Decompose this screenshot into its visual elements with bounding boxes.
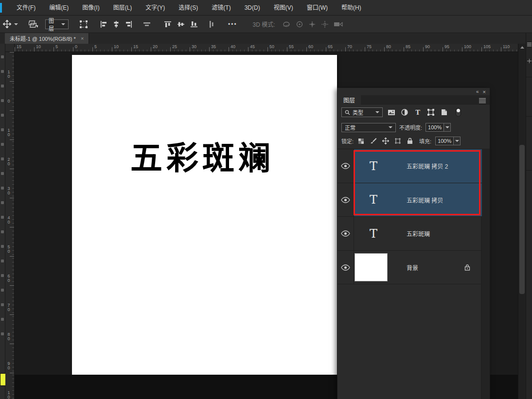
fill-chevron-icon[interactable] (454, 137, 461, 145)
ruler-number: 90 (424, 44, 443, 52)
panel-menu-icon[interactable] (479, 97, 486, 104)
filter-type-dropdown[interactable]: 类型 (341, 107, 383, 117)
dock-menu-icon[interactable] (527, 43, 532, 46)
3d-slide-icon[interactable] (321, 18, 329, 31)
visibility-toggle[interactable] (337, 149, 354, 183)
menu-item[interactable]: 帮助(H) (335, 0, 368, 16)
opacity-value[interactable]: 100% (426, 123, 444, 132)
lock-label: 锁定: (341, 137, 354, 145)
menu-item[interactable]: 滤镜(T) (205, 0, 237, 16)
layer-name[interactable]: 五彩斑斓 拷贝 2 (407, 162, 448, 170)
vertical-ruler[interactable]: 100102030405060708090100 (5, 52, 15, 399)
document-canvas[interactable]: 五彩斑斓 (72, 55, 337, 375)
3d-roll-icon[interactable] (296, 18, 303, 31)
move-tool-icon[interactable] (3, 18, 11, 31)
ruler-number: 30 (6, 185, 14, 214)
lock-all-icon[interactable] (406, 138, 413, 145)
ruler-number: 60 (6, 273, 14, 302)
align-top-edges-icon[interactable] (164, 18, 172, 31)
lock-row: 锁定: 填充: 100% (337, 135, 490, 147)
close-panel-icon[interactable]: × (483, 89, 486, 95)
auto-select-target-dropdown[interactable]: 图层 (45, 19, 69, 29)
collapse-panel-icon[interactable]: « (476, 89, 478, 94)
menu-item[interactable]: 选择(S) (172, 0, 205, 16)
lock-artboard-icon[interactable] (394, 138, 401, 145)
filter-type-value: 类型 (353, 108, 373, 116)
document-tab-close-icon[interactable]: × (81, 35, 84, 41)
layer-thumbnail-image[interactable] (354, 253, 393, 281)
filter-pixel-layers-icon[interactable] (387, 108, 396, 117)
menu-item[interactable]: 编辑(E) (42, 0, 75, 16)
canvas-text-layer[interactable]: 五彩斑斓 (130, 132, 274, 178)
ruler-number: 10 (35, 44, 54, 52)
layer-name[interactable]: 五彩斑斓 (407, 229, 430, 238)
align-bottom-edges-icon[interactable] (190, 18, 198, 31)
layer-row-copy[interactable]: T 五彩斑斓 拷贝 (337, 183, 482, 217)
layer-row-copy2[interactable]: T 五彩斑斓 拷贝 2 (337, 149, 482, 183)
ruler-number: 105 (482, 44, 502, 52)
tool-preset-chevron-icon[interactable] (14, 18, 18, 31)
menu-item[interactable]: 3D(D) (238, 0, 267, 16)
menu-item[interactable]: 图像(I) (75, 0, 106, 16)
layer-thumbnail-text[interactable]: T (354, 227, 393, 241)
fill-value[interactable]: 100% (435, 137, 454, 145)
lock-transparency-icon[interactable] (357, 138, 365, 145)
visibility-toggle[interactable] (337, 251, 354, 284)
align-vertical-centers-icon[interactable] (177, 18, 185, 31)
opacity-chevron-icon[interactable] (444, 123, 451, 132)
ruler-number: 35 (210, 44, 230, 52)
3d-orbit-icon[interactable] (282, 18, 291, 31)
filter-type-layers-icon[interactable]: T (413, 108, 422, 117)
document-tab[interactable]: 未标题-1 @ 100%(RGB/8) * × (5, 33, 89, 44)
ruler-number: 40 (6, 214, 14, 243)
menu-item[interactable]: 图层(L) (106, 0, 139, 16)
layer-filter-row: 类型 T (337, 105, 490, 119)
layer-name[interactable]: 背景 (407, 263, 418, 272)
blend-mode-dropdown[interactable]: 正常 (341, 123, 396, 132)
menu-item[interactable]: 视图(V) (267, 0, 300, 16)
ruler-number: 15 (132, 44, 152, 52)
ruler-corner (5, 44, 15, 52)
panel-dock-strip[interactable] (526, 33, 532, 399)
distribute-horizontal-icon[interactable] (142, 18, 151, 31)
show-transform-controls-icon[interactable] (79, 18, 88, 31)
3d-mode-label: 3D 模式: (253, 18, 275, 31)
ruler-number: 100 (463, 44, 482, 52)
distribute-vertical-icon[interactable] (208, 18, 215, 31)
vertical-scrollbar[interactable] (518, 44, 526, 399)
layer-thumbnail-text[interactable]: T (354, 159, 393, 173)
horizontal-ruler[interactable]: 1510505101520253035404550556065707580859… (15, 44, 518, 52)
dock-add-icon[interactable] (527, 59, 532, 63)
filter-adjustment-layers-icon[interactable] (400, 108, 409, 117)
ruler-number: 10 (6, 69, 14, 98)
menu-item[interactable]: 文件(F) (10, 0, 42, 16)
layer-list-scrollbar-gutter[interactable] (481, 149, 490, 399)
3d-zoom-camera-icon[interactable] (334, 18, 343, 31)
align-right-edges-icon[interactable] (125, 18, 133, 31)
layer-row-background[interactable]: 背景 (337, 251, 482, 284)
filter-smart-objects-icon[interactable] (440, 108, 448, 117)
layer-thumbnail-text[interactable]: T (354, 193, 393, 207)
menu-item[interactable]: 文字(Y) (139, 0, 172, 16)
filter-shape-layers-icon[interactable] (426, 108, 435, 117)
lock-position-icon[interactable] (382, 138, 389, 145)
tab-layers[interactable]: 图层 (337, 95, 361, 104)
menu-item[interactable]: 窗口(W) (300, 0, 335, 16)
scroll-up-arrow-icon[interactable] (520, 46, 524, 49)
lock-pixels-brush-icon[interactable] (370, 138, 377, 145)
toolbar-sliver[interactable] (0, 44, 5, 399)
layer-name[interactable]: 五彩斑斓 拷贝 (407, 196, 443, 204)
more-options-button[interactable]: ••• (228, 18, 237, 31)
search-icon (345, 110, 350, 115)
auto-select-icon[interactable] (29, 18, 38, 31)
3d-pan-icon[interactable] (308, 18, 316, 31)
align-horizontal-centers-icon[interactable] (112, 18, 120, 31)
filter-toggle-switch[interactable] (456, 108, 461, 117)
scrollbar-thumb[interactable] (519, 145, 525, 294)
visibility-toggle[interactable] (337, 183, 354, 216)
visibility-toggle[interactable] (337, 217, 354, 250)
align-left-edges-icon[interactable] (100, 18, 107, 31)
ruler-number: 80 (6, 331, 14, 360)
ruler-number: 10 (113, 44, 132, 52)
layer-row-original[interactable]: T 五彩斑斓 (337, 217, 482, 251)
